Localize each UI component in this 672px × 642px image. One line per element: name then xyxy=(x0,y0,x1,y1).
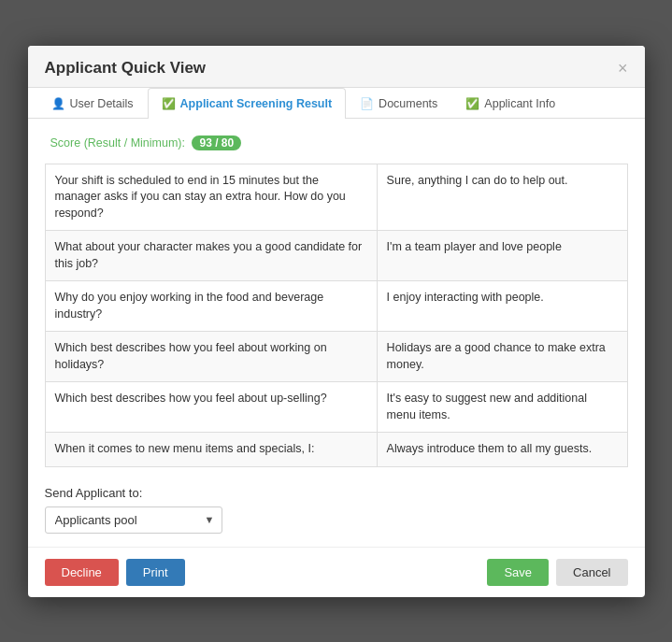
question-cell: Your shift is scheduled to end in 15 min… xyxy=(45,164,377,231)
check-icon-info: ✅ xyxy=(465,97,479,110)
user-icon: 👤 xyxy=(51,97,65,110)
answer-cell: Always introduce them to all my guests. xyxy=(377,433,627,467)
check-icon-screening: ✅ xyxy=(162,97,176,110)
tab-bar: 👤 User Details ✅ Applicant Screening Res… xyxy=(28,88,645,119)
tab-documents-label: Documents xyxy=(379,97,437,110)
save-button[interactable]: Save xyxy=(487,559,549,586)
score-line: Score (Result / Minimum): 93 / 80 xyxy=(45,132,628,154)
question-cell: When it comes to new menu items and spec… xyxy=(45,433,377,467)
footer-right-actions: Save Cancel xyxy=(487,559,627,586)
question-cell: Why do you enjoy working in the food and… xyxy=(45,281,377,332)
modal-header: Applicant Quick View × xyxy=(28,46,645,88)
table-row: Which best describes how you feel about … xyxy=(45,382,627,433)
tab-applicant-info-label: Applicant Info xyxy=(484,97,555,110)
table-row: What about your character makes you a go… xyxy=(45,231,627,281)
tab-documents[interactable]: 📄 Documents xyxy=(346,88,451,119)
send-section: Send Applicant to: Applicants poolHiredD… xyxy=(45,486,628,534)
modal-footer: Decline Print Save Cancel xyxy=(28,547,645,597)
modal-dialog: Applicant Quick View × 👤 User Details ✅ … xyxy=(28,46,645,597)
decline-button[interactable]: Decline xyxy=(45,559,119,586)
tab-applicant-info[interactable]: ✅ Applicant Info xyxy=(451,88,569,119)
question-cell: Which best describes how you feel about … xyxy=(45,382,377,433)
cancel-button[interactable]: Cancel xyxy=(556,559,627,586)
answer-cell: I enjoy interacting with people. xyxy=(377,281,627,332)
answer-cell: It's easy to suggest new and additional … xyxy=(377,382,627,433)
score-label: Score (Result / Minimum): xyxy=(50,136,185,150)
table-row: Why do you enjoy working in the food and… xyxy=(45,281,627,332)
answer-cell: I'm a team player and love people xyxy=(377,231,627,281)
table-row: Your shift is scheduled to end in 15 min… xyxy=(45,164,627,231)
doc-icon: 📄 xyxy=(360,97,374,110)
answer-cell: Sure, anything I can do to help out. xyxy=(377,164,627,231)
send-select-wrap: Applicants poolHiredDeclinedOn Hold ▼ xyxy=(45,506,222,534)
modal-title: Applicant Quick View xyxy=(45,59,207,87)
tab-user-details[interactable]: 👤 User Details xyxy=(37,88,148,119)
tab-user-details-label: User Details xyxy=(70,97,134,110)
question-cell: What about your character makes you a go… xyxy=(45,231,377,281)
tab-screening-result-label: Applicant Screening Result xyxy=(180,97,333,110)
tab-screening-result[interactable]: ✅ Applicant Screening Result xyxy=(148,88,347,119)
table-row: When it comes to new menu items and spec… xyxy=(45,433,627,467)
close-button[interactable]: × xyxy=(618,60,628,86)
overlay: Applicant Quick View × 👤 User Details ✅ … xyxy=(0,0,672,642)
score-badge: 93 / 80 xyxy=(192,136,241,150)
footer-left-actions: Decline Print xyxy=(45,559,185,586)
send-applicant-select[interactable]: Applicants poolHiredDeclinedOn Hold xyxy=(45,506,222,534)
question-cell: Which best describes how you feel about … xyxy=(45,332,377,382)
answer-cell: Holidays are a good chance to make extra… xyxy=(377,332,627,382)
send-label: Send Applicant to: xyxy=(45,486,628,500)
modal-body: Score (Result / Minimum): 93 / 80 Your s… xyxy=(28,119,645,547)
print-button[interactable]: Print xyxy=(126,559,185,586)
table-row: Which best describes how you feel about … xyxy=(45,332,627,382)
qa-table: Your shift is scheduled to end in 15 min… xyxy=(45,164,628,467)
